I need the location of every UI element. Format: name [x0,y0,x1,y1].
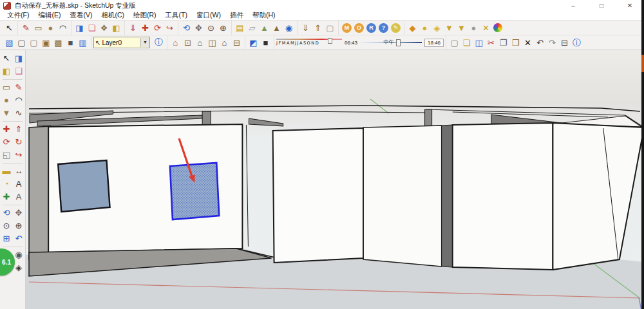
close-button[interactable]: ✕ [616,0,644,11]
section-plane-icon[interactable]: ▱ [246,22,258,34]
sandbox-flip-edge-icon[interactable]: ✕ [480,22,492,34]
rectangle-tool[interactable]: ▭ [1,81,12,94]
sandbox-drape-icon[interactable]: ▼ [455,22,468,34]
get-models-icon[interactable]: ⇓ [299,22,312,34]
maximize-button[interactable]: □ [587,0,616,11]
view-back-icon[interactable]: ⊟ [231,37,243,49]
toggle-terrain-icon[interactable]: ▲ [270,22,283,34]
open-button[interactable]: ❏ [460,37,473,49]
rotate-tool[interactable]: ⟳ [1,136,12,149]
freehand-tool[interactable]: ∿ [13,107,24,120]
orbit-tool[interactable]: ⟲ [180,22,193,34]
make-component-tool[interactable]: ◨ [13,52,24,65]
style-wireframe-icon[interactable]: ▢ [15,37,28,49]
date-slider-handle[interactable] [328,38,332,44]
menu-item-5[interactable]: 工具(T) [161,11,192,20]
select-tool[interactable]: ↖ [3,22,15,34]
wall-gap-strip[interactable] [442,125,453,267]
offset-tool[interactable]: ↪ [13,149,24,162]
style-textured-icon[interactable]: ▩ [52,37,64,49]
view-left-icon[interactable]: ⌂ [218,37,231,49]
paint-bucket-tool[interactable]: ◧ [1,65,12,78]
view-top-icon[interactable]: ⊡ [182,37,194,49]
layer-manager-icon[interactable]: ⓘ [153,37,165,48]
menu-item-7[interactable]: 插件 [225,11,248,20]
circle-tool[interactable]: ● [1,94,12,107]
zoom-window-tool[interactable]: ⊞ [1,232,12,245]
drop-tool[interactable]: ⇓ [127,22,139,34]
wall-panel-c[interactable] [453,123,553,270]
style-xray-icon[interactable]: ▧ [3,37,15,49]
extension-m-badge[interactable]: M [342,23,352,33]
window-left[interactable] [58,160,109,212]
extension-r-badge[interactable]: R [366,23,376,33]
previous-view-tool[interactable]: ↶ [13,232,24,245]
copy-button[interactable]: ❐ [497,37,509,49]
wall-panel-b[interactable] [363,126,442,267]
pencil-badge[interactable]: ✎ [391,23,401,33]
color-wheel-icon[interactable] [493,23,502,32]
share-model-icon[interactable]: ⇑ [312,22,324,34]
protractor-tool[interactable]: ◔ [1,178,12,191]
dropdown-arrow-icon[interactable]: ▼ [140,38,149,47]
paste-button[interactable]: ❒ [509,37,522,49]
shadow-toggle-icon[interactable]: ■ [260,37,272,49]
menu-item-2[interactable]: 查看(V) [65,11,97,20]
select-tool[interactable]: ↖ [1,52,12,65]
save-button[interactable]: ◫ [473,37,485,49]
pan-tool[interactable]: ✥ [193,22,205,34]
redo-button[interactable]: ↷ [546,37,558,49]
view-right-icon[interactable]: ◫ [206,37,218,49]
model-info-button[interactable]: ⓘ [571,37,583,49]
viewport-canvas[interactable] [26,50,644,309]
sandbox-smoove-icon[interactable]: ◈ [431,22,443,34]
shadow-date-slider[interactable]: JFMAMJJASOND [276,38,342,47]
move-tool[interactable]: ✚ [139,22,151,34]
scale-tool[interactable]: ◱ [1,149,12,162]
zoom-extents-tool[interactable]: ⊕ [217,22,229,34]
rotate-tool[interactable]: ⟳ [151,22,164,34]
extension-o-badge[interactable]: O [354,23,364,33]
eraser-tool[interactable]: ❏ [13,65,24,78]
menu-item-0[interactable]: 文件(F) [3,11,33,20]
dimension-tool[interactable]: ↔ [13,165,24,178]
view-front-icon[interactable]: ⌂ [194,37,206,49]
wall-panel-a[interactable] [273,128,364,263]
menu-item-4[interactable]: 绘图(R) [129,11,161,20]
delete-button[interactable]: ✕ [522,37,534,49]
add-location-icon[interactable]: ▲ [258,22,270,34]
shadow-dialog-icon[interactable]: ◩ [247,37,260,49]
undo-button[interactable]: ↶ [534,37,546,49]
viewport[interactable] [26,50,644,309]
line-tool[interactable]: ✎ [20,22,32,34]
circle-tool[interactable]: ● [44,22,57,34]
shadow-time-field[interactable]: 18:46 [424,39,444,47]
match-photo-icon[interactable]: ▤ [234,22,246,34]
axes-tool[interactable]: ✚ [1,191,12,203]
component-box-icon[interactable]: ▢ [324,22,336,34]
sandbox-stamp-icon[interactable]: ▼ [443,22,455,34]
zoom-extents-tool[interactable]: ⊕ [13,220,24,232]
zoom-tool[interactable]: ⊙ [205,22,217,34]
follow-me-tool[interactable]: ↻ [13,136,24,149]
make-component-tool[interactable]: ❖ [98,22,110,34]
help-badge[interactable]: ? [379,23,388,33]
cut-button[interactable]: ✂ [485,37,497,49]
paint-bucket-tool[interactable]: ◧ [110,22,122,34]
offset-tool[interactable]: ↪ [164,22,176,34]
menu-item-3[interactable]: 相机(C) [97,11,129,20]
style-shaded-icon[interactable]: ▣ [40,37,52,49]
polygon-tool[interactable]: ▼ [1,107,12,120]
layer-dropdown[interactable]: ↖ Layer0 ▼ [93,37,150,48]
window-selected[interactable] [170,163,219,220]
pan-tool[interactable]: ✥ [13,207,24,220]
pushpull-tool[interactable]: ⇑ [13,123,24,136]
arc-tool[interactable]: ◠ [57,22,69,34]
menu-item-8[interactable]: 帮助(H) [248,11,280,20]
google-earth-icon[interactable]: ◉ [283,22,295,34]
rectangle-tool[interactable]: ▭ [32,22,44,34]
menu-item-6[interactable]: 窗口(W) [192,11,225,20]
style-monochrome-icon[interactable]: ■ [64,37,77,49]
orbit-tool[interactable]: ⟲ [1,207,12,220]
eraser-tool[interactable]: ❏ [86,22,98,34]
